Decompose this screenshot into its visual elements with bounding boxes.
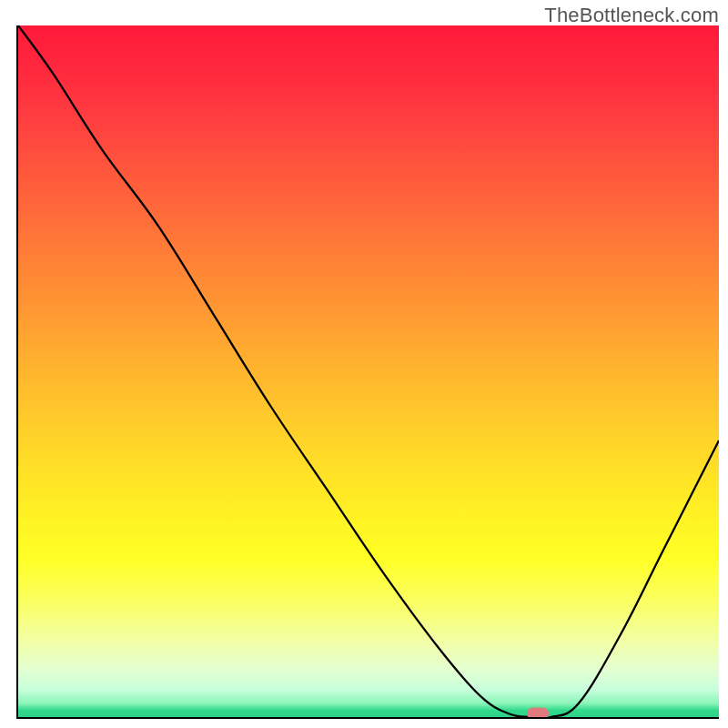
- watermark-text: TheBottleneck.com: [544, 4, 719, 27]
- bottleneck-curve: [18, 25, 719, 717]
- plot-area: [16, 25, 719, 719]
- curve-path: [18, 25, 719, 717]
- chart-container: TheBottleneck.com: [0, 0, 728, 728]
- bottleneck-marker: [527, 707, 549, 719]
